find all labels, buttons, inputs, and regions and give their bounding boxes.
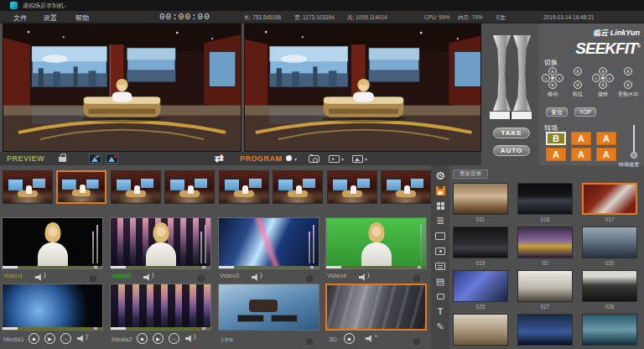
pad-move-left-icon[interactable]: ‹	[542, 74, 550, 82]
transition-button-a5[interactable]: A	[596, 148, 616, 161]
window-icon[interactable]	[432, 290, 449, 302]
scene-tile-019[interactable]	[453, 227, 508, 258]
pad-rotate-right-icon[interactable]: ›	[605, 74, 614, 82]
video3-speaker-icon[interactable]	[252, 273, 260, 281]
media1-stop-button[interactable]: ■	[29, 333, 39, 344]
tbar-handle-right[interactable]	[513, 35, 531, 111]
media2-next-button[interactable]: →	[169, 333, 179, 344]
pad-move-down-icon[interactable]: ∨	[548, 81, 557, 89]
video4-thumbnail[interactable]	[325, 217, 427, 269]
scene-label: 017	[582, 216, 637, 222]
grid-layout-icon[interactable]	[432, 200, 449, 211]
video2-thumbnail[interactable]	[110, 217, 211, 269]
filmstrip-thumb-6[interactable]	[273, 170, 323, 204]
change-background-button[interactable]: 更改背景	[453, 169, 488, 179]
stream-output-icon[interactable]	[329, 155, 340, 163]
scene-tile-020[interactable]	[582, 227, 637, 258]
record-caret-icon[interactable]: ▾	[294, 156, 297, 162]
3d-stop-button[interactable]: ■	[344, 333, 355, 344]
pad-move: ∧ ∨ ‹ ›	[542, 67, 564, 89]
layers-icon[interactable]	[432, 275, 449, 287]
filmstrip-thumb-1[interactable]	[3, 170, 53, 204]
stat-memory: 内存: 74%	[458, 14, 483, 22]
settings-gear-icon[interactable]	[432, 169, 449, 181]
scene-tile-02[interactable]	[517, 227, 573, 258]
filmstrip-thumb-2-selected[interactable]	[56, 170, 106, 204]
media2-speaker-icon[interactable]	[185, 335, 194, 342]
transition-preview-icon[interactable]	[89, 154, 101, 164]
scene-tile-016[interactable]	[517, 183, 573, 215]
transition-preview-live-icon[interactable]	[106, 154, 118, 164]
media1-speaker-icon[interactable]	[77, 335, 86, 342]
media1-play-button[interactable]: ▶	[44, 333, 55, 344]
filmstrip-thumb-4[interactable]	[164, 170, 215, 204]
scene-tile-028[interactable]	[582, 270, 637, 302]
pad-zoom-up-icon[interactable]: ∧	[624, 67, 632, 76]
menu-settings[interactable]: 设置	[44, 13, 57, 23]
transition-button-a1[interactable]: A	[571, 132, 591, 145]
text-tool-icon[interactable]	[432, 305, 449, 317]
transition-button-b[interactable]: B	[546, 132, 566, 145]
monitor-icon[interactable]	[432, 230, 449, 242]
auto-button[interactable]: AUTO	[493, 145, 530, 156]
scene-tile[interactable]	[582, 314, 637, 346]
record-icon[interactable]	[286, 155, 292, 161]
media2-thumbnail[interactable]	[110, 284, 211, 331]
transition-button-a3[interactable]: A	[546, 148, 566, 161]
take-button[interactable]: TAKE	[493, 128, 530, 138]
tbar-base[interactable]	[490, 112, 532, 119]
filmstrip-thumb-5[interactable]	[219, 170, 269, 204]
video3-thumbnail[interactable]	[218, 217, 319, 269]
filmstrip-thumb-3[interactable]	[111, 170, 161, 204]
stream-caret-icon[interactable]: ▾	[341, 156, 344, 162]
transition-speed-slider[interactable]	[631, 125, 637, 160]
monitor-chart-icon[interactable]	[432, 260, 449, 272]
scene-tile[interactable]	[517, 314, 573, 346]
pad-rotate-left-icon[interactable]: ‹	[592, 74, 600, 82]
pad-rotate-label: 旋转	[590, 91, 615, 98]
media1-thumbnail[interactable]	[2, 284, 103, 331]
video4-speaker-icon[interactable]	[359, 273, 367, 281]
tbar-handle-left[interactable]	[493, 35, 511, 111]
pad-zoom-down-icon[interactable]: ∨	[624, 81, 632, 89]
3d-thumbnail-selected[interactable]	[325, 284, 427, 331]
line-thumbnail[interactable]	[218, 284, 319, 331]
3d-settings-icon[interactable]	[413, 333, 421, 348]
scene-tile-025[interactable]	[453, 270, 508, 302]
top-button[interactable]: TOP	[574, 107, 596, 117]
pad-move-right-icon[interactable]: ›	[555, 74, 564, 82]
list-icon[interactable]	[432, 215, 449, 227]
filmstrip-thumb-8[interactable]	[381, 170, 431, 204]
slider-knob[interactable]	[631, 152, 637, 159]
scene-tile-011[interactable]	[453, 183, 508, 215]
menu-help[interactable]: 帮助	[75, 13, 89, 23]
media1-next-button[interactable]: →	[60, 333, 71, 344]
menu-file[interactable]: 文件	[13, 13, 27, 23]
scene-tile[interactable]	[453, 314, 508, 346]
video1-thumbnail[interactable]	[2, 217, 103, 269]
video2-speaker-icon[interactable]	[143, 273, 152, 281]
reset-button[interactable]: 复位	[546, 107, 568, 117]
scene-tile-017-selected[interactable]	[582, 183, 637, 215]
swap-preview-program-icon[interactable]: ⇄	[215, 152, 224, 164]
media2-stop-button[interactable]: ■	[137, 333, 148, 344]
pad-position-down-icon[interactable]: ∨	[574, 81, 582, 89]
3d-speaker-muted-icon[interactable]	[366, 335, 374, 342]
transition-button-a2[interactable]: A	[596, 132, 616, 145]
filmstrip-thumb-7[interactable]	[327, 170, 377, 204]
transition-button-a4[interactable]: A	[571, 148, 591, 161]
line-settings-icon[interactable]	[305, 333, 314, 348]
pad-position-up-icon[interactable]: ∧	[574, 67, 582, 76]
lock-icon[interactable]	[59, 157, 66, 162]
image-caret-icon[interactable]: ▾	[365, 156, 367, 162]
media2-play-button[interactable]: ▶	[153, 333, 164, 344]
pad-rotate-down-icon[interactable]: ∨	[599, 81, 607, 89]
3d-label: 3D	[329, 336, 337, 343]
pen-icon[interactable]	[432, 320, 449, 332]
save-icon[interactable]	[432, 185, 449, 196]
image-output-icon[interactable]	[352, 155, 363, 163]
scene-tile-027[interactable]	[517, 270, 573, 302]
snapshot-camera-icon[interactable]	[309, 155, 319, 163]
monitor-light-icon[interactable]	[432, 245, 449, 257]
video1-speaker-icon[interactable]	[35, 273, 44, 281]
